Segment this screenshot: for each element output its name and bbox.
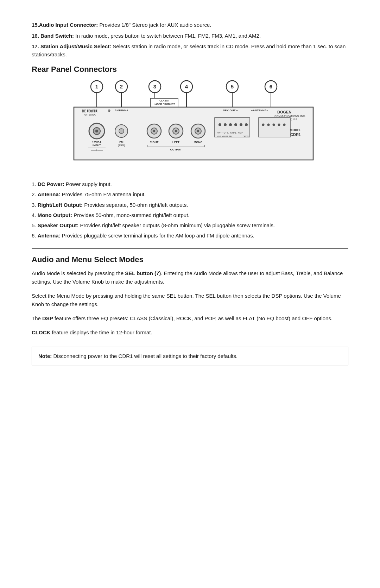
svg-point-52 bbox=[197, 130, 199, 132]
rear-desc-2: 2. Antenna: Provides 75-ohm FM antenna i… bbox=[32, 190, 348, 198]
item-text-16: In radio mode, press button to switch be… bbox=[74, 33, 261, 39]
svg-text:6: 6 bbox=[270, 83, 272, 89]
rear-desc-num-1: 1. bbox=[32, 181, 36, 187]
svg-text:1: 1 bbox=[95, 83, 98, 89]
item-num-17: 17. bbox=[32, 43, 39, 49]
svg-text:⌐R⁺ ⁻L⁺ L_AM⌐L_FM⌐: ⌐R⁺ ⁻L⁺ L_AM⌐L_FM⌐ bbox=[217, 131, 243, 134]
rear-desc-num-6: 6. bbox=[32, 233, 36, 239]
svg-point-68 bbox=[245, 123, 248, 126]
rear-desc-4: 4. Mono Output: Provides 50-ohm, mono-su… bbox=[32, 211, 348, 219]
rear-desc-num-2: 2. bbox=[32, 191, 36, 197]
svg-text:(75Ω): (75Ω) bbox=[118, 144, 125, 147]
item-num-16: 16. bbox=[32, 33, 39, 39]
svg-text:BOGEN: BOGEN bbox=[277, 110, 291, 114]
panel-svg: 1 2 3 4 5 6 CLASS I LASER PRODUCT bbox=[63, 79, 317, 171]
rear-desc-text-6: Provides pluggable screw terminal inputs… bbox=[61, 233, 254, 239]
svg-text:CDR1: CDR1 bbox=[290, 132, 301, 137]
svg-text:LEFT: LEFT bbox=[172, 141, 179, 144]
dsp-ref: DSP bbox=[42, 315, 53, 321]
clock-para: CLOCK feature displays the time in 12-ho… bbox=[32, 328, 348, 337]
rear-desc-num-5: 5. bbox=[32, 222, 36, 228]
svg-point-64 bbox=[224, 123, 227, 126]
svg-point-46 bbox=[153, 130, 155, 132]
svg-text:LASER PRODUCT: LASER PRODUCT bbox=[154, 103, 175, 105]
rear-desc-text-1: Power supply input. bbox=[64, 181, 112, 187]
svg-text:OUTPUT: OUTPUT bbox=[170, 148, 182, 151]
section-divider bbox=[32, 248, 348, 249]
item-text-15: Provides 1/8" Stereo jack for AUX audio … bbox=[98, 22, 211, 28]
rear-desc-label-2: Antenna: bbox=[38, 191, 61, 197]
rear-desc-label-6: Antenna: bbox=[38, 233, 61, 239]
svg-text:3: 3 bbox=[153, 83, 156, 89]
svg-text:INPUT: INPUT bbox=[93, 144, 101, 147]
note-text: Disconnecting power to the CDR1 will res… bbox=[52, 353, 238, 359]
svg-text:MONO: MONO bbox=[194, 141, 203, 144]
rear-desc-3: 3. Right/Left Output: Provides separate,… bbox=[32, 201, 348, 209]
rear-desc-num-4: 4. bbox=[32, 212, 36, 218]
svg-text:4: 4 bbox=[185, 83, 188, 89]
rear-desc-5: 5. Speaker Output: Provides right/left s… bbox=[32, 221, 348, 229]
svg-text:(300Ω): (300Ω) bbox=[243, 135, 249, 137]
audio-para-3: The DSP feature offers three EQ presets:… bbox=[32, 314, 348, 323]
svg-text:COMMUNICATIONS, INC.: COMMUNICATIONS, INC. bbox=[274, 114, 306, 118]
svg-point-49 bbox=[175, 130, 177, 132]
svg-point-76 bbox=[278, 124, 280, 126]
svg-point-73 bbox=[262, 124, 265, 126]
svg-text:12V/3A: 12V/3A bbox=[92, 141, 102, 144]
svg-text:5: 5 bbox=[231, 83, 234, 89]
clock-label: CLOCK bbox=[32, 329, 50, 335]
note-label: Note: bbox=[38, 353, 52, 359]
svg-text:——⊕——: ——⊕—— bbox=[91, 149, 103, 151]
intro-item-16: 16. Band Switch: In radio mode, press bu… bbox=[32, 32, 348, 40]
svg-text:CLASS I: CLASS I bbox=[159, 99, 169, 102]
rear-desc-label-3: Right/Left Output: bbox=[38, 202, 83, 208]
rear-desc-text-3: Provides separate, 50-ohm right/left out… bbox=[83, 202, 188, 208]
item-label-17: Station Adjust/Music Select: bbox=[40, 43, 111, 49]
rear-desc-text-2: Provides 75-ohm FM antenna input. bbox=[61, 191, 146, 197]
svg-text:MODEL: MODEL bbox=[290, 128, 302, 132]
rear-desc-6: 6. Antenna: Provides pluggable screw ter… bbox=[32, 231, 348, 240]
svg-text:ANTENNA: ANTENNA bbox=[114, 109, 128, 112]
intro-list: 15.Audio Input Connector: Provides 1/8" … bbox=[32, 21, 348, 58]
svg-point-39 bbox=[119, 129, 124, 134]
rear-panel-diagram: 1 2 3 4 5 6 CLASS I LASER PRODUCT bbox=[63, 79, 317, 172]
svg-text:ANTENNA: ANTENNA bbox=[84, 113, 96, 116]
svg-point-66 bbox=[234, 123, 237, 126]
svg-point-30 bbox=[95, 130, 98, 132]
clock-text: feature displays the time in 12-hour for… bbox=[50, 329, 152, 335]
svg-rect-72 bbox=[259, 118, 290, 137]
rear-desc-num-3: 3. bbox=[32, 202, 36, 208]
svg-point-65 bbox=[229, 123, 232, 126]
svg-point-74 bbox=[267, 124, 270, 126]
rear-desc-text-4: Provides 50-ohm, mono-summed right/left … bbox=[72, 212, 190, 218]
rear-desc-label-5: Speaker Output: bbox=[38, 222, 79, 228]
intro-item-15: 15.Audio Input Connector: Provides 1/8" … bbox=[32, 21, 348, 29]
svg-text:2: 2 bbox=[120, 83, 123, 89]
item-label-16: Band Switch: bbox=[40, 33, 74, 39]
audio-section-title: Audio and Menu Select Modes bbox=[32, 255, 348, 264]
svg-text:⌐ANTENNA⌐: ⌐ANTENNA⌐ bbox=[251, 109, 268, 112]
svg-point-67 bbox=[240, 123, 242, 126]
rear-desc-label-4: Mono Output: bbox=[38, 212, 72, 218]
svg-text:(8Ω MINIMUM): (8Ω MINIMUM) bbox=[217, 135, 232, 137]
svg-point-63 bbox=[218, 123, 221, 126]
rear-panel-title: Rear Panel Connectors bbox=[32, 65, 348, 74]
note-box: Note: Disconnecting power to the CDR1 wi… bbox=[32, 347, 348, 365]
svg-rect-62 bbox=[215, 118, 250, 137]
item-num-15: 15. bbox=[32, 22, 39, 28]
svg-text:⊕: ⊕ bbox=[108, 109, 110, 112]
rear-desc-text-5: Provides right/left speaker outputs (8-o… bbox=[78, 222, 275, 228]
audio-para-1: Audio Mode is selected by pressing the S… bbox=[32, 269, 348, 286]
svg-text:RIGHT: RIGHT bbox=[150, 141, 159, 144]
sel-button-ref: SEL button (7) bbox=[125, 270, 161, 276]
intro-item-17: 17. Station Adjust/Music Select: Selects… bbox=[32, 43, 348, 58]
rear-desc-1: 1. DC Power: Power supply input. bbox=[32, 180, 348, 188]
svg-text:SPK OUT ⌐: SPK OUT ⌐ bbox=[223, 109, 238, 112]
audio-para-2: Select the Menu Mode by pressing and hol… bbox=[32, 292, 348, 309]
svg-text:DC POWER: DC POWER bbox=[82, 109, 97, 112]
rear-desc-label-1: DC Power: bbox=[38, 181, 64, 187]
svg-text:FM: FM bbox=[119, 141, 124, 144]
svg-point-77 bbox=[283, 124, 286, 126]
svg-point-75 bbox=[273, 124, 275, 126]
item-label-15: Audio Input Connector: bbox=[39, 22, 98, 28]
